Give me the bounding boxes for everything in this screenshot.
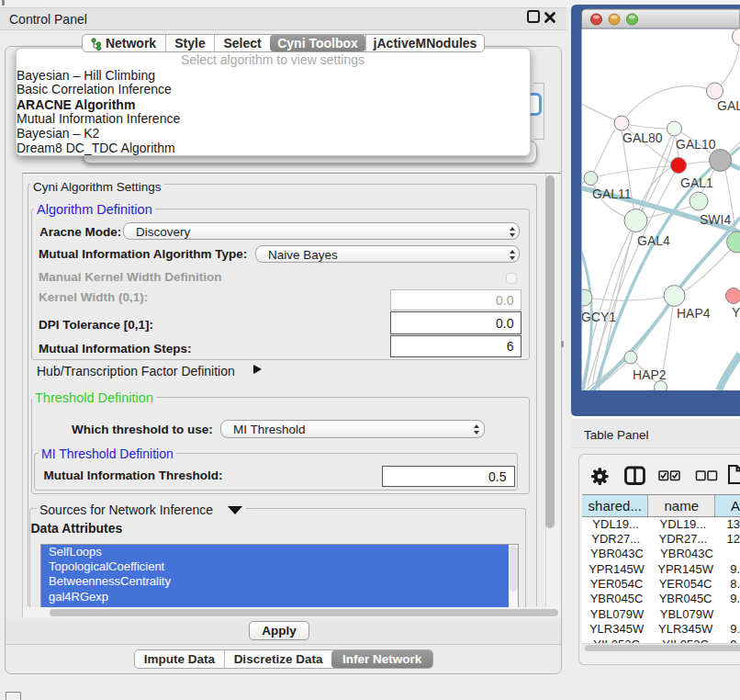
svg-text:SWI4: SWI4 (700, 212, 731, 227)
svg-text:GAL10: GAL10 (676, 137, 716, 152)
svg-text:GCY1: GCY1 (581, 310, 616, 324)
svg-text:GAL4: GAL4 (637, 233, 670, 248)
svg-text:HAP4: HAP4 (677, 306, 711, 321)
svg-text:GAL1: GAL1 (680, 175, 713, 190)
svg-text:GAL80: GAL80 (622, 130, 663, 145)
svg-text:GAL: GAL (717, 98, 740, 113)
svg-text:HAP2: HAP2 (633, 367, 667, 382)
svg-text:Y: Y (732, 305, 740, 320)
svg-text:GAL11: GAL11 (592, 186, 632, 201)
